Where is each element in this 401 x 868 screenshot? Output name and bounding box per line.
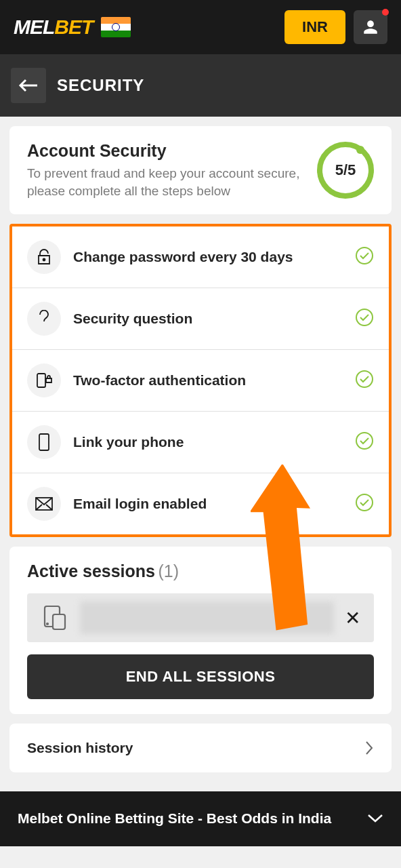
active-sessions-count: (1): [158, 561, 179, 580]
svg-rect-3: [37, 374, 45, 387]
footer-expand-row[interactable]: Melbet Online Betting Site - Best Odds i…: [0, 791, 401, 846]
app-header: MELBET INR: [0, 0, 401, 54]
phone-lock-icon: [27, 363, 61, 397]
session-history-row[interactable]: Session history: [9, 724, 392, 772]
security-item-label: Email login enabled: [73, 496, 343, 512]
account-security-title: Account Security: [27, 141, 303, 161]
svg-point-9: [356, 494, 373, 511]
security-item-label: Link your phone: [73, 434, 343, 450]
lock-icon: [27, 240, 61, 274]
security-item-question[interactable]: Security question: [12, 288, 389, 350]
phone-icon: [27, 425, 61, 459]
session-row: ✕: [27, 593, 374, 642]
active-sessions-card: Active sessions (1) ✕ END ALL SESSIONS: [9, 547, 392, 714]
session-history-label: Session history: [27, 740, 364, 756]
svg-point-2: [356, 309, 373, 326]
svg-point-4: [356, 371, 373, 387]
security-item-label: Two-factor authentication: [73, 372, 343, 389]
check-circle-icon: [355, 431, 374, 453]
chevron-right-icon: [364, 741, 374, 755]
security-item-email[interactable]: Email login enabled: [12, 473, 389, 534]
end-all-sessions-button[interactable]: END ALL SESSIONS: [27, 654, 374, 699]
svg-point-12: [47, 623, 48, 625]
notification-dot-icon: [382, 9, 389, 16]
logo-bet: BET: [54, 16, 93, 38]
question-icon: [27, 302, 61, 336]
svg-point-7: [356, 433, 373, 449]
svg-rect-11: [53, 614, 65, 629]
page-subheader: SECURITY: [0, 54, 401, 117]
close-session-button[interactable]: ✕: [345, 607, 360, 629]
check-circle-icon: [355, 493, 374, 515]
check-circle-icon: [355, 308, 374, 330]
logo-mel: MEL: [14, 16, 54, 38]
user-icon: [362, 18, 379, 36]
security-item-label: Security question: [73, 311, 343, 327]
logo[interactable]: MELBET: [14, 16, 93, 39]
check-circle-icon: [355, 246, 374, 268]
security-checklist: Change password every 30 days Security q…: [9, 224, 392, 537]
apple-device-icon: [41, 602, 69, 633]
session-details-redacted: [80, 601, 334, 634]
security-item-2fa[interactable]: Two-factor authentication: [12, 350, 389, 412]
currency-button[interactable]: INR: [284, 10, 345, 44]
security-item-phone[interactable]: Link your phone: [12, 412, 389, 473]
check-circle-icon: [355, 370, 374, 391]
back-button[interactable]: [11, 68, 46, 103]
user-account-button[interactable]: [354, 10, 387, 44]
security-item-password[interactable]: Change password every 30 days: [12, 226, 389, 288]
footer-title: Melbet Online Betting Site - Best Odds i…: [18, 809, 356, 828]
email-icon: [27, 487, 61, 521]
account-security-card: Account Security To prevent fraud and ke…: [9, 126, 392, 214]
active-sessions-title: Active sessions: [27, 561, 155, 580]
progress-ring: 5/5: [317, 142, 374, 199]
svg-rect-5: [39, 434, 49, 450]
svg-point-0: [43, 259, 45, 261]
arrow-left-icon: [18, 78, 39, 93]
account-security-description: To prevent fraud and keep your account s…: [27, 165, 303, 199]
chevron-down-icon: [367, 814, 383, 823]
security-item-label: Change password every 30 days: [73, 249, 343, 265]
flag-india-icon[interactable]: [101, 17, 131, 37]
svg-point-1: [356, 248, 373, 264]
progress-value: 5/5: [335, 161, 356, 179]
page-title: SECURITY: [57, 76, 144, 95]
